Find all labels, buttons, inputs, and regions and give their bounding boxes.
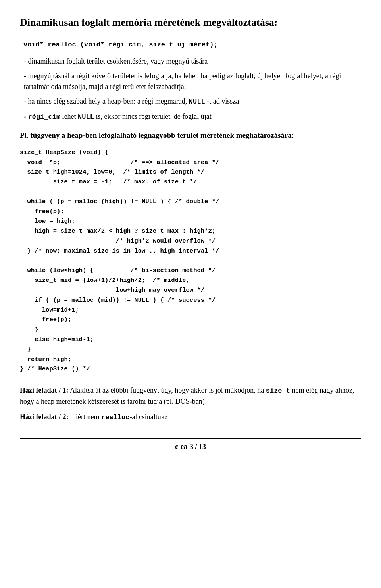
code-line-4: size_t_max = -1; /* max. of size_t */	[20, 178, 197, 185]
code-block: size_t HeapSize (void) { void *p; /* ==>…	[20, 148, 361, 374]
bullet-1: dinamikusan foglalt terület csökkentésér…	[20, 56, 361, 67]
bullet-1-text: dinamikusan foglalt terület csökkentésér…	[28, 57, 208, 65]
section2-heading-text: Pl. függvény a heap-ben lefoglalható leg…	[20, 131, 294, 139]
bullet-3: ha nincs elég szabad hely a heap-ben: a …	[20, 96, 361, 107]
bullet-2: megnyújtásnál a régit követő területet i…	[20, 71, 361, 92]
footer-divider	[20, 438, 361, 439]
homework-section: Házi feladat / 1: Alakítsa át az előbbi …	[20, 385, 361, 422]
section2-heading: Pl. függvény a heap-ben lefoglalható leg…	[20, 130, 361, 141]
realloc-signature: void* realloc (void* régi_cím, size_t új…	[23, 41, 218, 48]
code-line-20: return high;	[20, 356, 71, 363]
homework-item-1: Házi feladat / 1: Alakítsa át az előbbi …	[20, 385, 361, 407]
code-line-6: free(p);	[20, 208, 64, 215]
null-keyword-2: NULL	[78, 113, 94, 121]
code-line-12: size_t mid = (low+1)/2+high/2; /* middle…	[20, 277, 190, 284]
code-line-10: } /* now: maximal size is in low .. high…	[20, 247, 219, 254]
code-line-16: free(p);	[20, 316, 71, 323]
homework-1-text: Alakítsa át az előbbi függvényt úgy, hog…	[20, 386, 354, 405]
code-line-1: size_t HeapSize (void) {	[20, 149, 108, 156]
code-line-8: high = size_t_max/2 < high ? size_t_max …	[20, 227, 216, 235]
footer-separator: /	[195, 443, 199, 451]
bullet-2-text: megnyújtásnál a régit követő területet i…	[24, 72, 341, 91]
footer-label: c-ea-3	[175, 443, 193, 451]
code-line-15: low=mid+1;	[20, 307, 79, 314]
subtitle-code: void* realloc (void* régi_cím, size_t új…	[20, 39, 361, 50]
code-line-5: while ( (p = malloc (high)) != NULL ) { …	[20, 198, 219, 205]
homework-2-text: miért nem realloc-al csináltuk?	[70, 413, 168, 421]
homework-2-label: Házi feladat / 2:	[20, 413, 68, 421]
code-line-13: low+high may overflow */	[20, 287, 204, 294]
code-line-2: void *p; /* ==> allocated area */	[20, 159, 219, 166]
code-line-blank1	[20, 188, 23, 195]
homework-item-2: Házi feladat / 2: miért nem realloc-al c…	[20, 412, 361, 423]
code-line-17: }	[20, 326, 38, 333]
bullet-4: régi_cím lehet NULL is, ekkor nincs régi…	[20, 111, 361, 122]
code-line-blank2	[20, 257, 23, 264]
realloc-keyword: realloc	[101, 414, 129, 421]
code-line-3: size_t high=1024, low=0, /* limits of le…	[20, 168, 204, 175]
page-title: Dinamikusan foglalt memória méretének me…	[20, 16, 361, 29]
title-text: Dinamikusan foglalt memória méretének me…	[20, 17, 277, 28]
bullet-3-text-pre: ha nincs elég szabad hely a heap-ben: a …	[28, 97, 239, 105]
page-footer: c-ea-3 / 13	[20, 438, 361, 451]
code-line-11: while (low<high) { /* bi-section method …	[20, 267, 216, 274]
code-line-14: if ( (p = malloc (mid)) != NULL ) { /* s…	[20, 297, 216, 304]
page-content: Dinamikusan foglalt memória méretének me…	[20, 16, 361, 451]
null-keyword: NULL	[189, 98, 205, 106]
code-line-9: /* high*2 would overflow */	[20, 237, 216, 245]
size-t-keyword: size_t	[266, 387, 290, 395]
code-line-18: else high=mid-1;	[20, 336, 94, 343]
bullet-4-text: régi_cím lehet NULL is, ekkor nincs régi…	[28, 112, 212, 120]
footer-page: 13	[199, 443, 206, 451]
code-line-19: }	[20, 346, 31, 353]
homework-1-label: Házi feladat / 1:	[20, 386, 68, 394]
code-line-7: low = high;	[20, 218, 75, 225]
code-line-21: } /* HeapSize () */	[20, 365, 90, 372]
regi-cim-keyword: régi_cím	[28, 113, 61, 121]
